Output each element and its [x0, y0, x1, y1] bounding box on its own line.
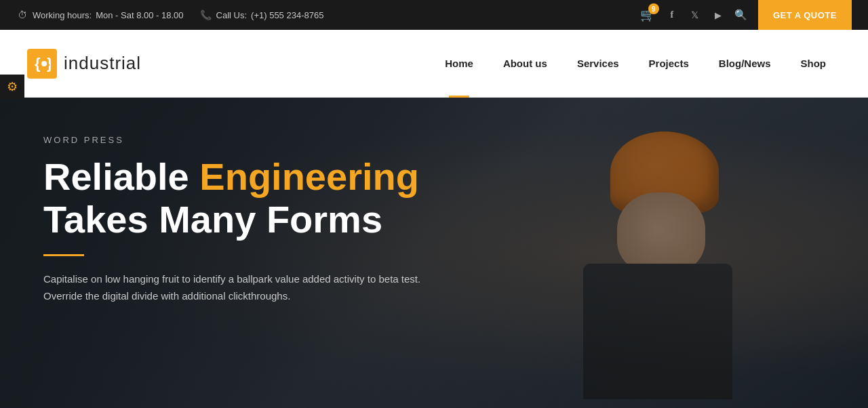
- hero-title: Reliable Engineering Takes Many Forms: [43, 156, 420, 241]
- svg-text:{: {: [35, 55, 41, 72]
- nav-item-projects[interactable]: Projects: [634, 30, 704, 98]
- gear-icon: ⚙: [7, 79, 18, 94]
- call-label: Call Us:: [216, 10, 248, 20]
- cart-button[interactable]: 🛒 9: [640, 7, 655, 22]
- logo-icon: { }: [27, 49, 57, 79]
- nav-item-shop[interactable]: Shop: [786, 30, 842, 98]
- nav-item-home[interactable]: Home: [430, 30, 488, 98]
- hero-description: Capitalise on low hanging fruit to ident…: [43, 271, 420, 305]
- nav-item-blog[interactable]: Blog/News: [704, 30, 786, 98]
- top-bar-right: 🛒 9 f 𝕏 ▶ 🔍 GET A QUOTE: [640, 0, 852, 30]
- facebook-icon[interactable]: f: [666, 9, 678, 21]
- working-hours-value: Mon - Sat 8.00 - 18.00: [96, 10, 183, 20]
- search-icon[interactable]: 🔍: [735, 9, 747, 21]
- logo-text: industrial: [64, 53, 141, 74]
- vimeo-icon[interactable]: ▶: [712, 9, 724, 21]
- top-bar-left: ⏱ Working hours: Mon - Sat 8.00 - 18.00 …: [16, 9, 323, 21]
- working-hours-label: Working hours:: [33, 10, 92, 20]
- get-quote-button[interactable]: GET A QUOTE: [758, 0, 852, 30]
- phone-icon: 📞: [200, 9, 212, 21]
- twitter-icon[interactable]: 𝕏: [689, 9, 701, 21]
- hero-title-part2: Takes Many Forms: [43, 198, 382, 241]
- phone-number: (+1) 555 234-8765: [251, 10, 323, 20]
- nav-item-services[interactable]: Services: [562, 30, 634, 98]
- phone-item: 📞 Call Us: (+1) 555 234-8765: [200, 9, 324, 21]
- logo-svg: { }: [33, 55, 51, 73]
- logo[interactable]: { } industrial: [27, 49, 141, 79]
- nav-item-about[interactable]: About us: [488, 30, 562, 98]
- cart-badge: 9: [648, 3, 659, 14]
- main-nav: Home About us Services Projects Blog/New…: [430, 30, 841, 98]
- clock-icon: ⏱: [16, 9, 28, 21]
- hero-title-part1: Reliable: [43, 155, 199, 198]
- svg-point-1: [41, 61, 47, 66]
- hero-section: WORD PRESS Reliable Engineering Takes Ma…: [0, 98, 868, 408]
- hero-eyebrow: WORD PRESS: [43, 135, 420, 145]
- hero-divider: [43, 254, 84, 256]
- settings-gear-button[interactable]: ⚙: [0, 75, 24, 99]
- top-bar: ⏱ Working hours: Mon - Sat 8.00 - 18.00 …: [0, 0, 868, 30]
- header: { } industrial Home About us Services Pr…: [0, 30, 868, 98]
- svg-text:}: }: [47, 55, 51, 72]
- working-hours-item: ⏱ Working hours: Mon - Sat 8.00 - 18.00: [16, 9, 184, 21]
- hero-content: WORD PRESS Reliable Engineering Takes Ma…: [43, 135, 420, 305]
- hero-title-highlight: Engineering: [199, 155, 419, 198]
